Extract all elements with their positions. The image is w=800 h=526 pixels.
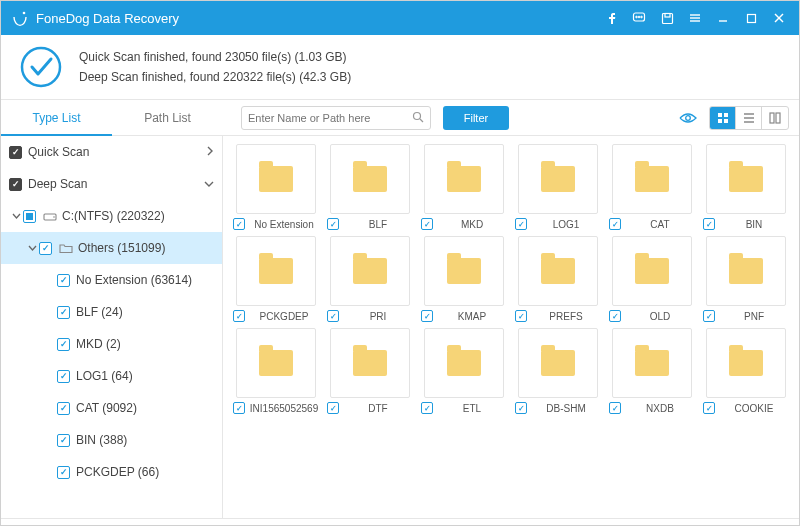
- folder-icon: [635, 166, 669, 192]
- checkbox[interactable]: [57, 306, 70, 319]
- file-type-item[interactable]: CAT: [607, 144, 697, 230]
- sidebar-item[interactable]: CAT (9092): [1, 392, 222, 424]
- folder-icon: [58, 243, 74, 254]
- sidebar-deep-scan[interactable]: Deep Scan: [1, 168, 222, 200]
- filter-button[interactable]: Filter: [443, 106, 509, 130]
- file-grid: No ExtensionBLFMKDLOG1CATBINPCKGDEPPRIKM…: [223, 136, 799, 518]
- file-type-item[interactable]: INI1565052569: [231, 328, 321, 414]
- checkbox[interactable]: [421, 218, 433, 230]
- file-type-label: LOG1: [531, 219, 601, 230]
- facebook-icon[interactable]: [597, 4, 625, 32]
- toolbar: Type List Path List Filter: [1, 100, 799, 136]
- checkbox[interactable]: [609, 402, 621, 414]
- sidebar-item[interactable]: PCKGDEP (66): [1, 456, 222, 488]
- maximize-icon[interactable]: [737, 4, 765, 32]
- folder-thumbnail: [424, 144, 504, 214]
- view-detail-button[interactable]: [762, 107, 788, 129]
- sidebar-item[interactable]: BIN (388): [1, 424, 222, 456]
- file-type-item[interactable]: BLF: [325, 144, 415, 230]
- checkbox[interactable]: [9, 178, 22, 191]
- checkbox[interactable]: [57, 434, 70, 447]
- feedback-icon[interactable]: [625, 4, 653, 32]
- chevron-down-icon[interactable]: [9, 213, 23, 220]
- sidebar-item[interactable]: MKD (2): [1, 328, 222, 360]
- file-type-label: KMAP: [437, 311, 507, 322]
- checkbox[interactable]: [703, 218, 715, 230]
- sidebar-item[interactable]: BLF (24): [1, 296, 222, 328]
- checkbox[interactable]: [57, 370, 70, 383]
- file-type-item[interactable]: MKD: [419, 144, 509, 230]
- checkbox[interactable]: [703, 310, 715, 322]
- file-type-item[interactable]: COOKIE: [701, 328, 791, 414]
- sidebar-item-label: PCKGDEP (66): [76, 465, 214, 479]
- sidebar-item[interactable]: LOG1 (64): [1, 360, 222, 392]
- svg-rect-18: [718, 113, 722, 117]
- file-type-label: BIN: [719, 219, 789, 230]
- checkbox[interactable]: [233, 402, 245, 414]
- folder-icon: [259, 166, 293, 192]
- tab-path-list[interactable]: Path List: [112, 100, 223, 136]
- tab-type-list[interactable]: Type List: [1, 100, 112, 136]
- checkbox[interactable]: [327, 310, 339, 322]
- checkmark-circle-icon: [19, 45, 63, 89]
- folder-icon: [635, 258, 669, 284]
- file-type-item[interactable]: DB-SHM: [513, 328, 603, 414]
- sidebar-quick-scan[interactable]: Quick Scan: [1, 136, 222, 168]
- search-input[interactable]: [248, 112, 412, 124]
- sidebar-others[interactable]: Others (151099): [1, 232, 222, 264]
- svg-point-15: [414, 112, 421, 119]
- sidebar-drive[interactable]: C:(NTFS) (220322): [1, 200, 222, 232]
- search-icon[interactable]: [412, 109, 424, 127]
- folder-icon: [447, 350, 481, 376]
- checkbox[interactable]: [609, 310, 621, 322]
- file-type-item[interactable]: LOG1: [513, 144, 603, 230]
- checkbox[interactable]: [57, 466, 70, 479]
- view-list-button[interactable]: [736, 107, 762, 129]
- checkbox[interactable]: [57, 402, 70, 415]
- checkbox[interactable]: [23, 210, 36, 223]
- close-icon[interactable]: [765, 4, 793, 32]
- folder-thumbnail: [706, 236, 786, 306]
- file-type-label: PCKGDEP: [249, 311, 319, 322]
- chevron-right-icon: [206, 145, 214, 159]
- checkbox[interactable]: [703, 402, 715, 414]
- file-type-item[interactable]: BIN: [701, 144, 791, 230]
- checkbox[interactable]: [421, 310, 433, 322]
- checkbox[interactable]: [327, 402, 339, 414]
- checkbox[interactable]: [39, 242, 52, 255]
- sidebar-item[interactable]: No Extension (63614): [1, 264, 222, 296]
- checkbox[interactable]: [515, 218, 527, 230]
- title-bar: FoneDog Data Recovery: [1, 1, 799, 35]
- save-icon[interactable]: [653, 4, 681, 32]
- file-type-item[interactable]: No Extension: [231, 144, 321, 230]
- checkbox[interactable]: [515, 310, 527, 322]
- checkbox[interactable]: [233, 218, 245, 230]
- file-type-item[interactable]: ETL: [419, 328, 509, 414]
- view-grid-button[interactable]: [710, 107, 736, 129]
- file-type-item[interactable]: DTF: [325, 328, 415, 414]
- checkbox[interactable]: [421, 402, 433, 414]
- file-type-item[interactable]: NXDB: [607, 328, 697, 414]
- chevron-down-icon[interactable]: [25, 245, 39, 252]
- checkbox[interactable]: [9, 146, 22, 159]
- folder-thumbnail: [612, 328, 692, 398]
- file-type-item[interactable]: PRI: [325, 236, 415, 322]
- file-type-item[interactable]: KMAP: [419, 236, 509, 322]
- menu-icon[interactable]: [681, 4, 709, 32]
- file-type-item[interactable]: PREFS: [513, 236, 603, 322]
- search-input-wrap[interactable]: [241, 106, 431, 130]
- folder-thumbnail: [706, 144, 786, 214]
- checkbox[interactable]: [327, 218, 339, 230]
- minimize-icon[interactable]: [709, 4, 737, 32]
- file-type-item[interactable]: PCKGDEP: [231, 236, 321, 322]
- folder-thumbnail: [518, 144, 598, 214]
- preview-icon[interactable]: [675, 107, 701, 129]
- checkbox[interactable]: [57, 274, 70, 287]
- file-type-item[interactable]: PNF: [701, 236, 791, 322]
- checkbox[interactable]: [57, 338, 70, 351]
- checkbox[interactable]: [515, 402, 527, 414]
- file-type-item[interactable]: OLD: [607, 236, 697, 322]
- checkbox[interactable]: [609, 218, 621, 230]
- checkbox[interactable]: [233, 310, 245, 322]
- svg-line-16: [420, 119, 423, 122]
